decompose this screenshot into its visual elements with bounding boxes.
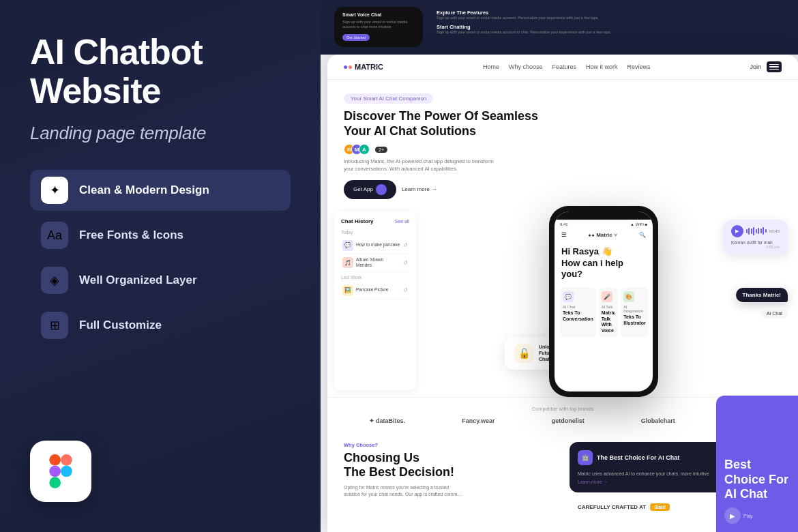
feature-label-clean-modern: Clean & Modern Design (79, 183, 209, 197)
see-all-link[interactable]: See all (395, 219, 409, 224)
wave-bar-6 (758, 228, 759, 234)
figma-logo-icon (43, 454, 78, 489)
left-panel: AI ChatbotWebsite Landing page template … (0, 0, 321, 532)
chat-item-pancake[interactable]: 💬 How to make pancake ↺ (341, 237, 409, 254)
nav-link-home[interactable]: Home (483, 63, 499, 70)
ai-imagination-title: Teks To Illustrator (623, 314, 645, 326)
phone-search-icon: 🔍 (639, 232, 646, 238)
unlock-icon: 🔓 (514, 344, 533, 363)
svg-rect-3 (49, 477, 61, 488)
phone-card-ai-chat[interactable]: 💬 AI Chat Teks To Conversation (560, 287, 596, 338)
hero-badge: Your Smart AI Chat Companion (344, 93, 433, 104)
wave-bar-9 (765, 229, 767, 233)
phone-greeting-text: Hi Rasya 👋How can i help you? (561, 246, 646, 281)
purple-text: Best Choice For AI Chat (724, 458, 790, 502)
play-button[interactable]: ▶ (731, 225, 743, 237)
learn-more-arrow: → (432, 186, 437, 192)
landing-content: Chat History See all Today 💬 How to make… (327, 206, 798, 397)
svg-point-4 (61, 466, 72, 477)
nav-link-why[interactable]: Why choose (509, 63, 543, 70)
feature-item-full-customize[interactable]: ⊞ Full Customize (30, 305, 291, 346)
right-panel: Smart Voice Chat Sign up with your email… (321, 0, 798, 532)
chat-item-album[interactable]: 🎵 Album Shawn Mendes ↺ (341, 254, 409, 272)
menu-line-1 (769, 64, 779, 65)
why-desc: Opting for Matric means you're selecting… (344, 484, 467, 499)
hero-avatars: R M A 2+ (344, 144, 782, 155)
phone-inner-nav: ☰ ⬥⬥ Matric ∨ 🔍 (555, 229, 653, 241)
logo-text: MATRIC (355, 63, 383, 71)
ai-chat-label: AI Chat (563, 305, 593, 309)
learn-more-label: Learn more (402, 186, 430, 192)
phone-cards-row: 💬 AI Chat Teks To Conversation 🎤 AI Talk… (555, 284, 653, 340)
top-feature-explore-title: Explore The Features (437, 10, 784, 16)
logo-dot-1 (344, 65, 347, 69)
phone-mockup-area: 9:41 ▲ WiFi ■ ☰ ⬥⬥ Matric ∨ 🔍 Hi Rasya 👋… (416, 206, 791, 390)
feature-item-well-organized[interactable]: ◈ Well Organized Layer (30, 260, 291, 301)
subtitle: Landing page template (30, 123, 291, 144)
top-feature-explore-desc: Sign up with your email or social media … (437, 16, 784, 20)
get-app-toggle (376, 184, 387, 195)
phone-greeting: Hi Rasya 👋How can i help you? (555, 241, 653, 285)
chat-history-header: Chat History See all (341, 218, 409, 224)
best-choice-title: The Best Choice For AI Chat (597, 454, 679, 461)
nav-link-features[interactable]: Features (552, 63, 576, 70)
svg-rect-0 (49, 454, 61, 466)
ai-chat-title: Teks To Conversation (563, 310, 593, 322)
mockup-container: Smart Voice Chat Sign up with your email… (321, 0, 798, 532)
chat-icon-pancake: 💬 (342, 240, 353, 251)
full-customize-icon: ⊞ (41, 312, 68, 339)
phone-notch (592, 214, 616, 218)
phone-logo: ⬥⬥ Matric ∨ (588, 232, 617, 238)
feature-label-well-organized: Well Organized Layer (79, 274, 197, 287)
get-app-button[interactable]: Get App (344, 180, 396, 199)
main-title: AI ChatbotWebsite (30, 33, 291, 110)
menu-line-2 (769, 66, 779, 68)
slab-badge: Slab! (650, 503, 670, 511)
refresh-icon-pancake: ↺ (403, 242, 408, 248)
ai-chat-card-icon: 💬 (563, 291, 574, 302)
feature-item-free-fonts[interactable]: Aa Free Fonts & Icons (30, 215, 291, 256)
well-organized-icon: ◈ (41, 267, 68, 294)
landing-nav: MATRIC Home Why choose Features How it w… (327, 55, 798, 80)
join-button[interactable]: Join (750, 63, 761, 70)
chat-icon-picture: 🖼️ (342, 285, 353, 296)
top-feature-explore: Explore The Features Sign up with your e… (437, 10, 784, 20)
nav-link-how[interactable]: How it work (586, 63, 618, 70)
brand-globalchart: Globalchart (641, 417, 675, 424)
features-list: ✦ Clean & Modern Design Aa Free Fonts & … (30, 170, 291, 346)
wave-bar-3 (751, 228, 752, 234)
menu-button[interactable] (767, 61, 782, 72)
ai-imagination-label: AI Imagination (623, 305, 645, 313)
ai-imagination-card-icon: 🎨 (623, 291, 634, 302)
logo-dots (344, 65, 352, 69)
chat-item-picture[interactable]: 🖼️ Pancake Picture ↺ (341, 282, 409, 299)
avatar-count: 2+ (375, 147, 387, 153)
phone-card-ai-imagination[interactable]: 🎨 AI Imagination Teks To Illustrator (621, 287, 648, 338)
phone-card-ai-talk[interactable]: 🎤 AI Talk Matric Talk With Voice (599, 287, 619, 338)
ai-talk-title: Matric Talk With Voice (602, 310, 616, 334)
svg-rect-1 (61, 454, 72, 466)
logo-dot-2 (349, 65, 352, 69)
last-week-label: Last Week (341, 275, 409, 280)
purple-play: ▶ Play (724, 507, 790, 524)
wave-bar-7 (760, 228, 762, 233)
purple-play-icon[interactable]: ▶ (724, 507, 741, 524)
nav-link-reviews[interactable]: Reviews (627, 63, 651, 70)
purple-play-label: Play (743, 514, 753, 518)
crafted-label: CAREFULLY CRAFTED AT (578, 504, 646, 510)
learn-more-button[interactable]: Learn more → (402, 186, 437, 192)
brand-fancywear: Fancy.wear (462, 417, 494, 424)
phone-status-bar: 9:41 ▲ WiFi ■ (555, 220, 653, 229)
avatar-stack: R M A (344, 144, 370, 155)
feature-item-clean-modern[interactable]: ✦ Clean & Modern Design (30, 170, 291, 211)
why-left: Why Choose? Choosing UsThe Best Decision… (344, 442, 556, 517)
ai-chat-floating-label: AI Chat (761, 308, 788, 319)
top-feature-chat: Start Chatting Sign up with your email o… (437, 24, 784, 34)
svg-rect-2 (49, 466, 61, 477)
left-bottom (30, 441, 291, 502)
smart-voice-btn[interactable]: Get Started (342, 34, 370, 41)
chat-history-title: Chat History (341, 218, 374, 224)
clean-modern-icon: ✦ (41, 177, 68, 204)
chat-text-picture: Pancake Picture (356, 287, 400, 293)
ai-talk-card-icon: 🎤 (602, 291, 612, 302)
